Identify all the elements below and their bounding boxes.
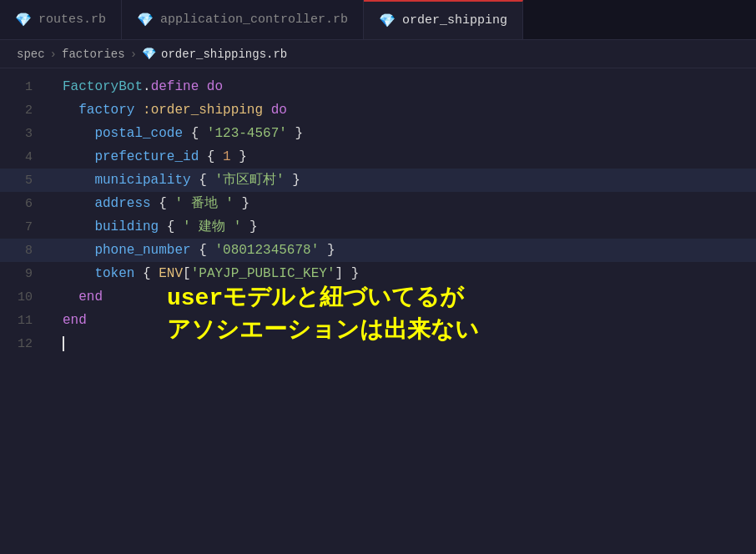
line-content-5: municipality { '市区町村' }	[63, 169, 756, 192]
breadcrumb-sep-1: ›	[50, 48, 57, 61]
code-lines: 1FactoryBot.define do2 factory :order_sh…	[0, 68, 756, 362]
breadcrumb-factories: factories	[62, 48, 125, 61]
tab-label-order-shipping: order_shipping	[402, 13, 507, 28]
code-line-9: 9 token { ENV['PAYJP_PUBLIC_KEY'] }	[0, 262, 756, 285]
breadcrumb-file: order_shippings.rb	[161, 48, 287, 61]
tab-order-shipping[interactable]: 💎 order_shipping	[364, 0, 523, 39]
ruby-icon-breadcrumb: 💎	[142, 47, 156, 61]
line-content-1: FactoryBot.define do	[63, 75, 756, 98]
code-line-6: 6 address { ' 番地 ' }	[0, 192, 756, 215]
line-number-9: 9	[0, 267, 46, 281]
line-number-8: 8	[0, 244, 46, 258]
line-number-1: 1	[0, 80, 46, 94]
tab-label-routes: routes.rb	[38, 13, 106, 27]
code-line-8: 8 phone_number { '08012345678' }	[0, 239, 756, 262]
line-content-11: end	[63, 309, 756, 332]
code-line-11: 11end	[0, 309, 756, 332]
line-number-4: 4	[0, 150, 46, 164]
ruby-icon-routes: 💎	[15, 12, 32, 28]
tab-label-app-controller: application_controller.rb	[160, 13, 348, 27]
line-content-12	[63, 332, 756, 355]
code-line-5: 5 municipality { '市区町村' }	[0, 169, 756, 192]
line-content-2: factory :order_shipping do	[63, 98, 756, 122]
line-content-10: end	[63, 285, 756, 309]
tab-application-controller[interactable]: 💎 application_controller.rb	[122, 0, 364, 39]
line-number-10: 10	[0, 290, 46, 305]
line-content-6: address { ' 番地 ' }	[63, 192, 756, 215]
code-line-7: 7 building { ' 建物 ' }	[0, 215, 756, 239]
line-content-3: postal_code { '123-4567' }	[63, 122, 756, 145]
line-number-5: 5	[0, 174, 46, 188]
line-content-4: prefecture_id { 1 }	[63, 145, 756, 169]
breadcrumb-sep-2: ›	[130, 48, 137, 61]
line-number-7: 7	[0, 220, 46, 234]
tab-bar: 💎 routes.rb 💎 application_controller.rb …	[0, 0, 756, 40]
code-line-2: 2 factory :order_shipping do	[0, 98, 756, 122]
line-content-9: token { ENV['PAYJP_PUBLIC_KEY'] }	[63, 262, 756, 285]
line-content-7: building { ' 建物 ' }	[63, 215, 756, 239]
line-number-6: 6	[0, 197, 46, 211]
line-content-8: phone_number { '08012345678' }	[63, 239, 756, 262]
text-cursor	[63, 336, 64, 351]
ruby-icon-app-controller: 💎	[137, 12, 154, 28]
code-line-1: 1FactoryBot.define do	[0, 75, 756, 98]
code-line-3: 3 postal_code { '123-4567' }	[0, 122, 756, 145]
ruby-icon-order-shipping: 💎	[379, 13, 396, 29]
line-number-2: 2	[0, 103, 46, 118]
code-line-10: 10 end	[0, 285, 756, 309]
code-editor: 1FactoryBot.define do2 factory :order_sh…	[0, 68, 756, 362]
code-line-4: 4 prefecture_id { 1 }	[0, 145, 756, 169]
tab-routes[interactable]: 💎 routes.rb	[0, 0, 122, 39]
line-number-3: 3	[0, 127, 46, 141]
line-number-11: 11	[0, 314, 46, 328]
breadcrumb-spec: spec	[17, 48, 45, 61]
line-number-12: 12	[0, 337, 46, 351]
code-line-12: 12	[0, 332, 756, 355]
breadcrumb: spec › factories › 💎 order_shippings.rb	[0, 40, 756, 68]
